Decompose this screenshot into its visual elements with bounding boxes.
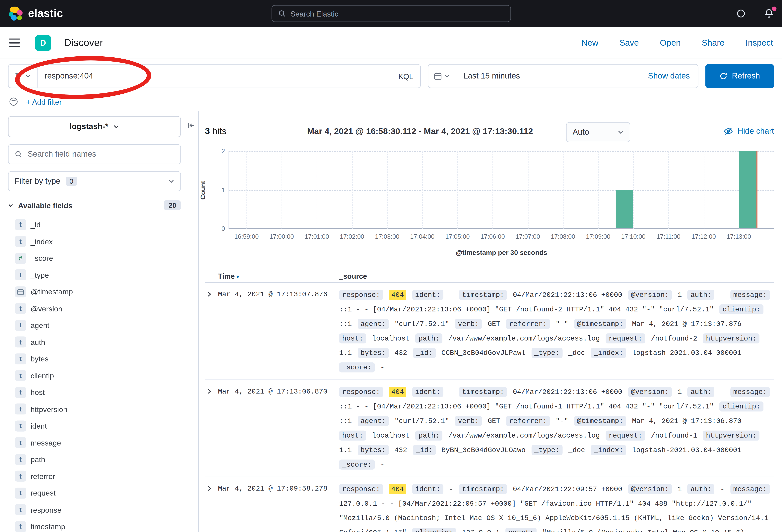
source-value: Mar 4, 2021 @ 17:13:07.876: [632, 320, 742, 328]
query-input[interactable]: response:404 KQL: [8, 64, 421, 88]
appbar-action-new[interactable]: New: [581, 38, 598, 48]
discover-app-badge[interactable]: D: [35, 35, 51, 51]
show-dates-button[interactable]: Show dates: [648, 72, 690, 80]
source-value: -: [720, 291, 724, 299]
field-name: @version: [31, 304, 62, 313]
x-tick-label: 17:09:00: [586, 233, 610, 240]
expand-row-button[interactable]: [205, 482, 218, 492]
field-item-index[interactable]: t_index: [8, 233, 181, 250]
field-search-input[interactable]: Search field names: [8, 144, 181, 164]
source-field-key: host:: [339, 430, 366, 441]
field-item-id[interactable]: t_id: [8, 216, 181, 233]
collapse-sidebar-icon[interactable]: [187, 121, 196, 130]
expand-row-button[interactable]: [205, 385, 218, 394]
appbar-action-inspect[interactable]: Inspect: [746, 38, 773, 48]
source-value: 1: [678, 388, 682, 396]
field-item-path[interactable]: tpath: [8, 451, 181, 468]
appbar-action-save[interactable]: Save: [619, 38, 639, 48]
source-field-key: host:: [339, 333, 366, 343]
available-fields-header[interactable]: Available fields 20: [8, 200, 181, 210]
source-field-key: request:: [606, 430, 645, 441]
field-name: _index: [31, 237, 52, 246]
source-value: -: [381, 364, 385, 371]
x-tick-label: 17:13:00: [726, 233, 751, 240]
field-name: @timestamp: [31, 288, 73, 296]
field-type-date-icon: [15, 286, 26, 297]
histogram-bar[interactable]: [739, 151, 756, 228]
source-value: ::1: [339, 320, 352, 328]
global-search-input[interactable]: Search Elastic: [271, 5, 511, 22]
field-name: path: [31, 455, 45, 464]
elastic-logo[interactable]: elastic: [8, 6, 63, 21]
time-range-value[interactable]: Last 15 minutes: [463, 72, 520, 80]
field-item-request[interactable]: trequest: [8, 485, 181, 501]
source-highlight: 404: [389, 290, 406, 300]
source-value: -: [381, 461, 385, 469]
source-value: Mar 4, 2021 @ 17:13:06.870: [632, 417, 742, 425]
field-item-referrer[interactable]: treferrer: [8, 468, 181, 485]
column-header-time[interactable]: Time▾: [218, 272, 339, 280]
source-value: logstash-2021.03.04-000001: [632, 349, 742, 357]
saved-queries-button[interactable]: [8, 65, 38, 88]
x-tick-label: 17:00:00: [270, 233, 294, 240]
source-value: "curl/7.52.1": [394, 417, 449, 425]
field-item-host[interactable]: thost: [8, 384, 181, 401]
field-type-string-icon: t: [15, 420, 26, 431]
source-field-key: @timestamp:: [574, 319, 626, 329]
filter-by-type-select[interactable]: Filter by type 0: [8, 171, 181, 191]
x-tick-label: 16:59:00: [234, 233, 259, 240]
field-type-string-icon: t: [15, 236, 26, 247]
row-time: Mar 4, 2021 @ 17:13:06.870: [218, 385, 339, 395]
field-item-version[interactable]: t@version: [8, 300, 181, 317]
field-item-timestamp[interactable]: ttimestamp: [8, 518, 181, 532]
global-header: elastic Search Elastic: [0, 0, 782, 27]
field-item-clientip[interactable]: tclientip: [8, 367, 181, 384]
field-item-score[interactable]: #_score: [8, 250, 181, 267]
source-value: -: [449, 388, 453, 396]
expand-row-button[interactable]: [205, 288, 218, 298]
field-item-type[interactable]: t_type: [8, 267, 181, 283]
source-field-key: httpversion:: [703, 430, 759, 441]
table-row: Mar 4, 2021 @ 17:13:07.876response: 404 …: [205, 283, 774, 380]
row-source: response: 404 ident: - timestamp: 04/Mar…: [339, 385, 774, 472]
help-icon[interactable]: [736, 8, 746, 18]
field-item-auth[interactable]: tauth: [8, 334, 181, 350]
x-tick-label: 17:12:00: [691, 233, 716, 240]
chevron-down-icon: [445, 74, 450, 78]
histogram-bar[interactable]: [616, 189, 633, 228]
v-gridline: [704, 151, 704, 229]
field-item-ident[interactable]: tident: [8, 417, 181, 434]
menu-icon[interactable]: [9, 38, 20, 47]
hide-chart-button[interactable]: Hide chart: [724, 127, 774, 136]
v-gridline: [387, 151, 388, 229]
column-header-source: _source: [339, 272, 367, 280]
field-item-bytes[interactable]: tbytes: [8, 350, 181, 367]
x-tick-label: 17:05:00: [445, 233, 469, 240]
appbar-action-share[interactable]: Share: [702, 38, 724, 48]
source-value: 127.0.0.1: [462, 529, 500, 532]
source-field-key: referrer:: [506, 319, 550, 329]
add-filter-button[interactable]: + Add filter: [26, 98, 62, 106]
field-item-response[interactable]: tresponse: [8, 501, 181, 518]
field-item-agent[interactable]: tagent: [8, 317, 181, 334]
field-item-timestamp[interactable]: @timestamp: [8, 283, 181, 300]
y-tick-label: 1: [217, 187, 225, 193]
alerts-bell-icon[interactable]: [764, 8, 774, 18]
quick-select-time-button[interactable]: [428, 65, 455, 88]
field-name: agent: [31, 321, 49, 330]
chevron-down-icon: [618, 129, 624, 135]
appbar-action-open[interactable]: Open: [660, 38, 681, 48]
kql-language-button[interactable]: KQL: [398, 72, 413, 80]
index-pattern-select[interactable]: logstash-*: [8, 116, 181, 137]
field-item-httpversion[interactable]: thttpversion: [8, 401, 181, 417]
source-value: /var/www/example.com/logs/access.log: [448, 431, 600, 440]
query-bar: response:404 KQL Last 15 minutes Show da…: [8, 64, 774, 88]
interval-select[interactable]: Auto: [566, 122, 630, 142]
source-field-key: message:: [730, 484, 770, 494]
source-value: -: [720, 485, 724, 493]
source-value: GET: [488, 417, 500, 425]
field-item-message[interactable]: tmessage: [8, 434, 181, 451]
refresh-button[interactable]: Refresh: [705, 64, 774, 88]
calendar-icon: [434, 72, 442, 80]
filter-icon[interactable]: [9, 97, 18, 106]
